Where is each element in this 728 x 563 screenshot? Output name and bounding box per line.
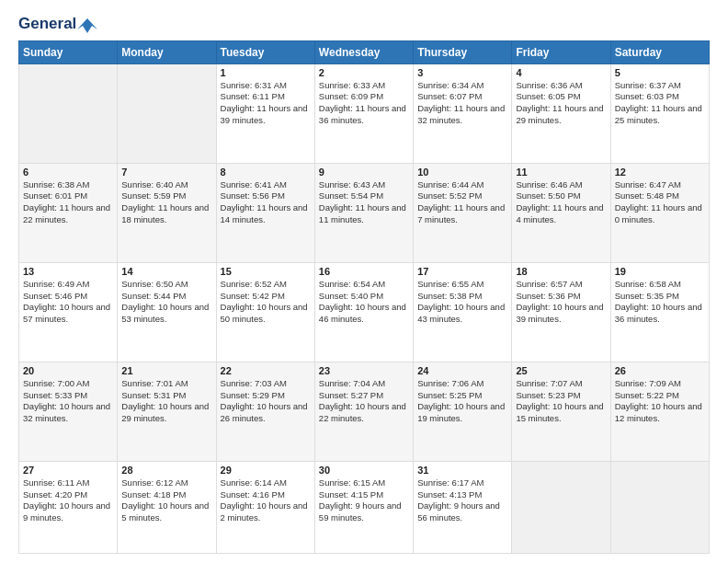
- calendar-cell: 27Sunrise: 6:11 AM Sunset: 4:20 PM Dayli…: [19, 461, 118, 553]
- calendar-cell: 10Sunrise: 6:44 AM Sunset: 5:52 PM Dayli…: [414, 163, 512, 262]
- calendar-cell: 25Sunrise: 7:07 AM Sunset: 5:23 PM Dayli…: [512, 362, 610, 461]
- day-number: 30: [319, 465, 409, 476]
- calendar-cell: 28Sunrise: 6:12 AM Sunset: 4:18 PM Dayli…: [118, 461, 216, 553]
- calendar-cell: 22Sunrise: 7:03 AM Sunset: 5:29 PM Dayli…: [216, 362, 314, 461]
- day-info: Sunrise: 6:17 AM Sunset: 4:13 PM Dayligh…: [417, 477, 507, 524]
- day-number: 8: [221, 167, 311, 178]
- day-info: Sunrise: 6:47 AM Sunset: 5:48 PM Dayligh…: [615, 179, 705, 226]
- day-number: 7: [121, 167, 211, 178]
- calendar-cell: 14Sunrise: 6:50 AM Sunset: 5:44 PM Dayli…: [118, 262, 216, 362]
- day-info: Sunrise: 7:01 AM Sunset: 5:31 PM Dayligh…: [121, 378, 211, 425]
- calendar-table: SundayMondayTuesdayWednesdayThursdayFrid…: [18, 40, 710, 554]
- day-info: Sunrise: 6:12 AM Sunset: 4:18 PM Dayligh…: [121, 477, 211, 524]
- day-number: 26: [615, 365, 705, 376]
- calendar-cell: [610, 461, 709, 553]
- calendar-cell: 12Sunrise: 6:47 AM Sunset: 5:48 PM Dayli…: [610, 163, 709, 262]
- calendar-cell: [118, 63, 216, 163]
- day-info: Sunrise: 7:07 AM Sunset: 5:23 PM Dayligh…: [516, 378, 606, 425]
- calendar-cell: [19, 63, 118, 163]
- day-info: Sunrise: 6:49 AM Sunset: 5:46 PM Dayligh…: [23, 279, 113, 326]
- calendar-cell: 17Sunrise: 6:55 AM Sunset: 5:38 PM Dayli…: [414, 262, 512, 362]
- calendar-cell: [512, 461, 610, 553]
- day-info: Sunrise: 6:11 AM Sunset: 4:20 PM Dayligh…: [23, 477, 113, 524]
- day-info: Sunrise: 6:46 AM Sunset: 5:50 PM Dayligh…: [516, 179, 606, 226]
- calendar-cell: 8Sunrise: 6:41 AM Sunset: 5:56 PM Daylig…: [216, 163, 314, 262]
- day-number: 5: [615, 67, 705, 78]
- day-info: Sunrise: 6:34 AM Sunset: 6:07 PM Dayligh…: [417, 80, 507, 127]
- calendar-cell: 5Sunrise: 6:37 AM Sunset: 6:03 PM Daylig…: [610, 63, 709, 163]
- day-info: Sunrise: 6:57 AM Sunset: 5:36 PM Dayligh…: [516, 279, 606, 326]
- day-number: 25: [516, 365, 606, 376]
- calendar-cell: 15Sunrise: 6:52 AM Sunset: 5:42 PM Dayli…: [216, 262, 314, 362]
- weekday-header-thursday: Thursday: [414, 40, 512, 63]
- day-number: 31: [417, 465, 507, 476]
- calendar-cell: 26Sunrise: 7:09 AM Sunset: 5:22 PM Dayli…: [610, 362, 709, 461]
- calendar-cell: 31Sunrise: 6:17 AM Sunset: 4:13 PM Dayli…: [414, 461, 512, 553]
- weekday-header-tuesday: Tuesday: [216, 40, 314, 63]
- day-info: Sunrise: 6:36 AM Sunset: 6:05 PM Dayligh…: [516, 80, 606, 127]
- day-number: 15: [221, 266, 311, 277]
- day-number: 12: [615, 167, 705, 178]
- day-number: 23: [319, 365, 409, 376]
- day-info: Sunrise: 6:50 AM Sunset: 5:44 PM Dayligh…: [121, 279, 211, 326]
- day-info: Sunrise: 6:54 AM Sunset: 5:40 PM Dayligh…: [319, 279, 409, 326]
- calendar-cell: 13Sunrise: 6:49 AM Sunset: 5:46 PM Dayli…: [19, 262, 118, 362]
- day-info: Sunrise: 6:15 AM Sunset: 4:15 PM Dayligh…: [319, 477, 409, 524]
- calendar-cell: 6Sunrise: 6:38 AM Sunset: 6:01 PM Daylig…: [19, 163, 118, 262]
- day-number: 16: [319, 266, 409, 277]
- day-number: 24: [417, 365, 507, 376]
- weekday-header-wednesday: Wednesday: [314, 40, 413, 63]
- calendar-cell: 2Sunrise: 6:33 AM Sunset: 6:09 PM Daylig…: [314, 63, 413, 163]
- calendar-cell: 1Sunrise: 6:31 AM Sunset: 6:11 PM Daylig…: [216, 63, 314, 163]
- calendar-cell: 19Sunrise: 6:58 AM Sunset: 5:35 PM Dayli…: [610, 262, 709, 362]
- day-info: Sunrise: 6:31 AM Sunset: 6:11 PM Dayligh…: [221, 80, 311, 127]
- calendar-page: General SundayMondayTuesdayWednesdayThur…: [0, 0, 728, 563]
- weekday-header-monday: Monday: [118, 40, 216, 63]
- day-number: 4: [516, 67, 606, 78]
- weekday-header-sunday: Sunday: [19, 40, 118, 63]
- day-info: Sunrise: 7:04 AM Sunset: 5:27 PM Dayligh…: [319, 378, 409, 425]
- day-info: Sunrise: 6:33 AM Sunset: 6:09 PM Dayligh…: [319, 80, 409, 127]
- day-number: 11: [516, 167, 606, 178]
- day-number: 29: [221, 465, 311, 476]
- calendar-cell: 29Sunrise: 6:14 AM Sunset: 4:16 PM Dayli…: [216, 461, 314, 553]
- calendar-cell: 3Sunrise: 6:34 AM Sunset: 6:07 PM Daylig…: [414, 63, 512, 163]
- day-number: 20: [23, 365, 113, 376]
- calendar-cell: 7Sunrise: 6:40 AM Sunset: 5:59 PM Daylig…: [118, 163, 216, 262]
- day-info: Sunrise: 6:52 AM Sunset: 5:42 PM Dayligh…: [221, 279, 311, 326]
- header: General: [18, 15, 710, 31]
- day-info: Sunrise: 7:06 AM Sunset: 5:25 PM Dayligh…: [417, 378, 507, 425]
- day-number: 19: [615, 266, 705, 277]
- day-number: 18: [516, 266, 606, 277]
- svg-marker-0: [77, 18, 97, 33]
- day-info: Sunrise: 7:03 AM Sunset: 5:29 PM Dayligh…: [221, 378, 311, 425]
- calendar-cell: 20Sunrise: 7:00 AM Sunset: 5:33 PM Dayli…: [19, 362, 118, 461]
- calendar-cell: 16Sunrise: 6:54 AM Sunset: 5:40 PM Dayli…: [314, 262, 413, 362]
- day-number: 9: [319, 167, 409, 178]
- day-info: Sunrise: 6:38 AM Sunset: 6:01 PM Dayligh…: [23, 179, 113, 226]
- weekday-header-friday: Friday: [512, 40, 610, 63]
- calendar-cell: 11Sunrise: 6:46 AM Sunset: 5:50 PM Dayli…: [512, 163, 610, 262]
- day-info: Sunrise: 6:14 AM Sunset: 4:16 PM Dayligh…: [221, 477, 311, 524]
- weekday-header-row: SundayMondayTuesdayWednesdayThursdayFrid…: [19, 40, 710, 63]
- day-info: Sunrise: 6:44 AM Sunset: 5:52 PM Dayligh…: [417, 179, 507, 226]
- day-info: Sunrise: 6:37 AM Sunset: 6:03 PM Dayligh…: [615, 80, 705, 127]
- day-number: 13: [23, 266, 113, 277]
- day-info: Sunrise: 6:55 AM Sunset: 5:38 PM Dayligh…: [417, 279, 507, 326]
- day-number: 2: [319, 67, 409, 78]
- calendar-cell: 9Sunrise: 6:43 AM Sunset: 5:54 PM Daylig…: [314, 163, 413, 262]
- day-info: Sunrise: 6:40 AM Sunset: 5:59 PM Dayligh…: [121, 179, 211, 226]
- day-number: 17: [417, 266, 507, 277]
- day-number: 28: [121, 465, 211, 476]
- calendar-cell: 23Sunrise: 7:04 AM Sunset: 5:27 PM Dayli…: [314, 362, 413, 461]
- day-number: 3: [417, 67, 507, 78]
- logo-text: General: [18, 15, 98, 33]
- day-number: 10: [417, 167, 507, 178]
- logo: General: [18, 15, 98, 31]
- day-number: 27: [23, 465, 113, 476]
- calendar-cell: 21Sunrise: 7:01 AM Sunset: 5:31 PM Dayli…: [118, 362, 216, 461]
- calendar-cell: 18Sunrise: 6:57 AM Sunset: 5:36 PM Dayli…: [512, 262, 610, 362]
- logo-bird-icon: [77, 17, 97, 33]
- day-info: Sunrise: 6:43 AM Sunset: 5:54 PM Dayligh…: [319, 179, 409, 226]
- weekday-header-saturday: Saturday: [610, 40, 709, 63]
